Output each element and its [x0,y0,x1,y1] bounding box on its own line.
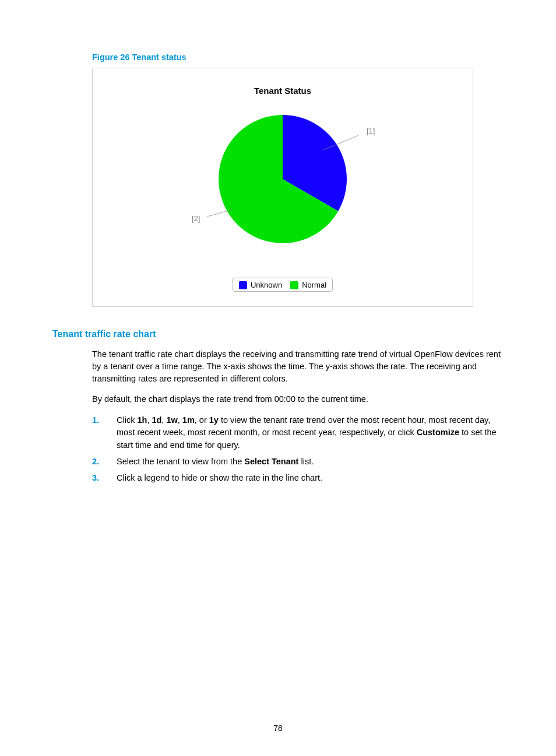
step-bold: 1d [152,415,161,425]
chart-title: Tenant Status [93,68,473,96]
legend-swatch-unknown [239,281,247,289]
section-heading: Tenant traffic rate chart [52,329,504,340]
legend-label-unknown: Unknown [251,281,282,289]
step-bold: 1y [209,415,219,425]
document-page: Figure 26 Tenant status Tenant Status [1… [0,0,556,756]
figure-caption: Figure 26 Tenant status [92,52,504,62]
pie-chart [207,103,358,257]
step-bold: 1w [166,415,177,425]
step-3: Click a legend to hide or show the rate … [92,472,504,485]
step-text: , or [195,415,209,425]
page-number: 78 [0,723,556,733]
callout-2: [2] [192,214,200,223]
step-bold: 1m [182,415,195,425]
step-1: Click 1h, 1d, 1w, 1m, or 1y to view the … [92,414,504,452]
step-text: , [178,415,182,425]
callout-1: [1] [367,127,375,135]
step-bold: Select Tenant [244,457,298,466]
step-text: list. [298,457,314,466]
paragraph-1: The tenant traffic rate chart displays t… [92,348,504,385]
steps-list: Click 1h, 1d, 1w, 1m, or 1y to view the … [92,414,504,485]
step-bold: Customize [417,428,459,437]
chart-frame: Tenant Status [1] [2] Unknown Normal [92,68,473,307]
chart-legend: Unknown Normal [233,278,333,292]
step-2: Select the tenant to view from the Selec… [92,456,504,468]
step-bold: 1h [137,415,147,425]
paragraph-2: By default, the chart displays the rate … [92,393,504,405]
step-text: Select the tenant to view from the [117,457,244,466]
step-text: Click [117,415,137,425]
legend-label-normal: Normal [302,281,326,289]
legend-swatch-normal [290,281,298,289]
